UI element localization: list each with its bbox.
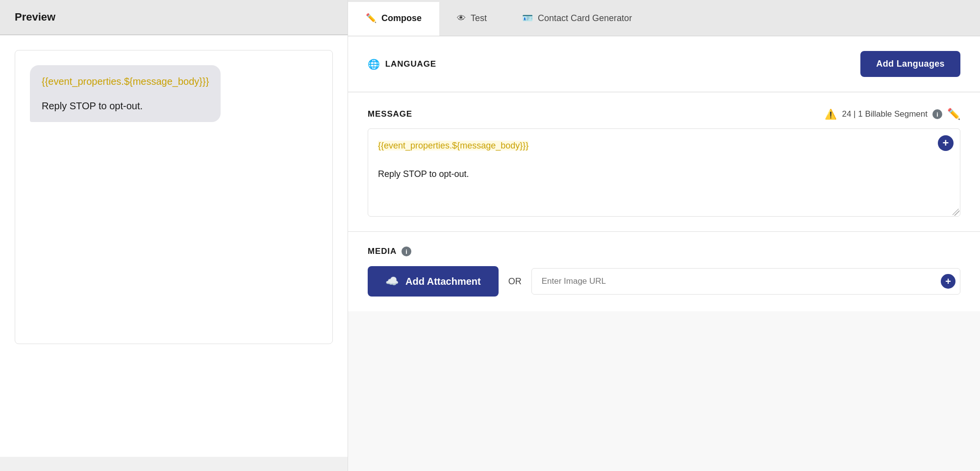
message-add-button[interactable]: + xyxy=(938,135,954,151)
message-info-icon[interactable]: i xyxy=(932,109,942,119)
preview-title: Preview xyxy=(15,11,55,23)
message-meta: ⚠️ 24 | 1 Billable Segment i ✏️ xyxy=(825,108,960,121)
url-add-button[interactable]: + xyxy=(941,274,955,289)
message-bubble-text: {{event_properties.${message_body}}} Rep… xyxy=(42,74,209,113)
tab-compose[interactable]: ✏️ Compose xyxy=(348,2,439,36)
message-label: MESSAGE xyxy=(368,109,412,119)
preview-panel: Preview {{event_properties.${message_bod… xyxy=(0,0,348,471)
add-languages-button[interactable]: Add Languages xyxy=(860,51,960,77)
language-label: 🌐 LANGUAGE xyxy=(368,58,436,70)
upload-icon: ☁️ xyxy=(385,275,399,288)
bubble-opt-out-text: Reply STOP to opt-out. xyxy=(42,99,209,113)
warning-icon: ⚠️ xyxy=(825,108,837,120)
tabs-bar: ✏️ Compose 👁 Test 🪪 Contact Card Generat… xyxy=(348,0,980,36)
message-header: MESSAGE ⚠️ 24 | 1 Billable Segment i ✏️ xyxy=(368,108,960,121)
language-section: 🌐 LANGUAGE Add Languages xyxy=(348,36,980,92)
url-input-wrapper: + xyxy=(531,268,960,295)
resize-handle[interactable] xyxy=(953,209,959,216)
add-attachment-button[interactable]: ☁️ Add Attachment xyxy=(368,266,499,297)
message-section: MESSAGE ⚠️ 24 | 1 Billable Segment i ✏️ … xyxy=(348,93,980,232)
media-label-text: MEDIA xyxy=(368,247,397,256)
image-url-input[interactable] xyxy=(531,268,960,295)
globe-icon: 🌐 xyxy=(368,58,380,70)
compose-icon: ✏️ xyxy=(366,13,377,24)
media-section: MEDIA i ☁️ Add Attachment OR + xyxy=(348,232,980,311)
message-textarea-wrapper: {{event_properties.${message_body}}} Rep… xyxy=(368,128,960,217)
tab-contact-card[interactable]: 🪪 Contact Card Generator xyxy=(504,2,650,36)
message-bubble: {{event_properties.${message_body}}} Rep… xyxy=(30,65,221,122)
contact-card-icon: 🪪 xyxy=(522,13,533,24)
or-label: OR xyxy=(508,276,522,287)
media-info-icon[interactable]: i xyxy=(402,247,411,256)
message-opt-out-text: Reply STOP to opt-out. xyxy=(378,169,469,179)
tab-compose-label: Compose xyxy=(381,13,422,24)
message-variable-text: {{event_properties.${message_body}}} xyxy=(378,141,528,150)
preview-header: Preview xyxy=(0,0,348,35)
tab-test-label: Test xyxy=(471,13,487,24)
tab-test[interactable]: 👁 Test xyxy=(439,2,504,36)
edit-icon[interactable]: ✏️ xyxy=(947,108,960,121)
char-count: 24 | 1 Billable Segment xyxy=(842,109,928,119)
preview-content: {{event_properties.${message_body}}} Rep… xyxy=(0,35,348,457)
media-label-wrapper: MEDIA i xyxy=(368,247,960,256)
message-bubble-container: {{event_properties.${message_body}}} Rep… xyxy=(15,50,333,344)
test-icon: 👁 xyxy=(457,13,466,24)
bubble-variable-text: {{event_properties.${message_body}}} xyxy=(42,76,209,87)
language-label-text: LANGUAGE xyxy=(385,59,436,69)
add-attachment-label: Add Attachment xyxy=(405,276,481,287)
tab-contact-card-label: Contact Card Generator xyxy=(538,13,632,24)
message-text-display[interactable]: {{event_properties.${message_body}}} Rep… xyxy=(368,128,960,217)
media-controls: ☁️ Add Attachment OR + xyxy=(368,266,960,297)
right-panel: ✏️ Compose 👁 Test 🪪 Contact Card Generat… xyxy=(348,0,980,471)
